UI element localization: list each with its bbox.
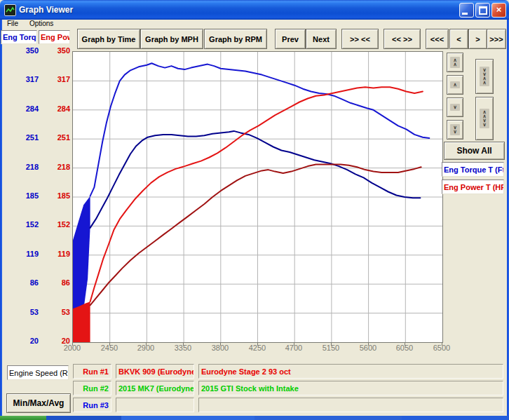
scroll-left-fast-button[interactable]: <<<: [426, 29, 449, 49]
scroll-down-button[interactable]: ∨: [447, 97, 463, 117]
double-chevron-down-icon: ∨ ∨: [450, 124, 459, 135]
curve-start-fill: [73, 196, 90, 318]
run2-description-field[interactable]: 2015 GTI Stock with Intake: [198, 381, 503, 395]
curve-start-fill: [73, 302, 90, 342]
zoom-out-x-button[interactable]: << >>: [384, 29, 421, 49]
y-tick-label-torque: 218: [15, 163, 39, 172]
y-tick-label-torque: 53: [15, 308, 39, 318]
start-button-edge[interactable]: [0, 416, 46, 420]
maximize-icon: [479, 6, 487, 15]
y-tick-label-power: 350: [46, 46, 70, 56]
run3-label: Run #3: [73, 398, 111, 412]
x-tick-mark: [257, 342, 258, 346]
menu-bar: File Options: [2, 20, 507, 29]
chevrons-inward-icon: ∨ ∨ ∧ ∧: [480, 67, 489, 86]
x-tick-mark: [442, 342, 442, 346]
y-tick-label-power: 185: [46, 191, 70, 201]
x-tick-mark: [183, 342, 184, 346]
title-bar: Graph Viewer ×: [0, 0, 509, 20]
x-tick-mark: [220, 342, 221, 346]
chevron-down-icon: ∨: [450, 104, 459, 111]
window-border-left: [0, 20, 2, 416]
y-tick-label-power: 119: [46, 250, 70, 259]
app-icon: [4, 4, 16, 16]
y-tick-label-power: 317: [46, 75, 70, 85]
close-icon: ×: [496, 4, 502, 15]
run3-file-field[interactable]: [116, 398, 194, 412]
torque-axis-title-box: Eng Torque T (Ft-lb): [1, 30, 37, 44]
scroll-right-button[interactable]: >: [468, 29, 487, 49]
run2-file-field[interactable]: 2015 MK7 (Eurodyne, E: [116, 381, 194, 395]
y-tick-label-torque: 185: [15, 191, 39, 201]
x-tick-mark: [294, 342, 294, 346]
caption-buttons: ×: [459, 3, 506, 18]
run2-label: Run #2: [73, 381, 111, 395]
y-tick-label-torque: 86: [15, 278, 39, 288]
menu-options[interactable]: Options: [29, 20, 53, 27]
run1-file-field[interactable]: BKVK 909 (Eurodyne, I: [116, 364, 194, 379]
show-all-button[interactable]: Show All: [444, 142, 505, 160]
chart-plot-area: [72, 51, 443, 343]
run3-description-field[interactable]: [198, 398, 503, 412]
x-tick-mark: [146, 342, 147, 346]
y-tick-label-torque: 152: [15, 220, 39, 230]
taskbar[interactable]: [0, 416, 509, 420]
menu-file[interactable]: File: [7, 20, 18, 27]
taskbar-button[interactable]: [46, 416, 121, 420]
legend-torque: Eng Torque T (Ft-lb): [442, 162, 504, 177]
scroll-up-button[interactable]: ∧: [447, 75, 463, 95]
zoom-in-x-button[interactable]: >> <<: [341, 29, 379, 49]
y-tick-label-power: 218: [46, 163, 70, 172]
power-axis-title-box: Eng Power T (HP): [39, 30, 70, 44]
y-tick-label-power: 86: [46, 278, 70, 288]
min-max-avg-button[interactable]: Min/Max/Avg: [6, 393, 71, 413]
x-tick-mark: [72, 342, 73, 346]
graph-by-time-button[interactable]: Graph by Time: [77, 29, 140, 49]
chevrons-outward-icon: ∧ ∧ ∨ ∨: [480, 109, 489, 128]
y-tick-label-torque: 284: [15, 104, 39, 114]
zoom-in-y-button[interactable]: ∨ ∨ ∧ ∧: [475, 59, 494, 94]
taskbar-button[interactable]: [121, 416, 254, 420]
x-tick-mark: [405, 342, 405, 346]
graph-by-rpm-button[interactable]: Graph by RPM: [204, 29, 267, 49]
scroll-right-fast-button[interactable]: >>>: [487, 29, 506, 49]
graph-by-mph-button[interactable]: Graph by MPH: [140, 29, 203, 49]
close-button[interactable]: ×: [491, 3, 506, 18]
scroll-left-button[interactable]: <: [449, 29, 468, 49]
y-tick-label-power: 284: [46, 104, 70, 114]
minimize-icon: [462, 13, 468, 15]
chevron-up-icon: ∧: [450, 81, 459, 88]
y-tick-label-power: 152: [46, 220, 70, 230]
series-curve: [90, 63, 430, 196]
x-tick-mark: [109, 342, 110, 346]
series-curve: [90, 131, 421, 228]
dyno-chart-svg: [73, 52, 442, 342]
prev-button[interactable]: Prev: [275, 29, 306, 49]
run1-label: Run #1: [73, 364, 111, 379]
y-tick-label-torque: 350: [15, 46, 39, 56]
x-axis-title-box: Engine Speed (RPM): [7, 365, 69, 380]
y-tick-label-power: 53: [46, 308, 70, 318]
run1-description-field[interactable]: Eurodyne Stage 2 93 oct: [198, 364, 503, 379]
y-tick-label-power: 251: [46, 133, 70, 143]
scroll-up-fast-button[interactable]: ∧ ∧: [447, 53, 463, 72]
next-button[interactable]: Next: [306, 29, 337, 49]
x-tick-mark: [331, 342, 332, 346]
double-chevron-up-icon: ∧ ∧: [450, 57, 459, 68]
y-tick-label-torque: 20: [15, 337, 39, 346]
legend-power: Eng Power T (HP): [442, 179, 504, 194]
y-tick-label-torque: 119: [15, 250, 39, 259]
series-curve: [90, 87, 423, 302]
scroll-down-fast-button[interactable]: ∨ ∨: [447, 120, 463, 140]
zoom-out-y-button[interactable]: ∧ ∧ ∨ ∨: [475, 97, 494, 140]
x-tick-mark: [368, 342, 369, 346]
taskbar-button[interactable]: [254, 416, 402, 420]
y-tick-label-torque: 317: [15, 75, 39, 85]
window-title: Graph Viewer: [19, 5, 73, 15]
y-tick-label-torque: 251: [15, 133, 39, 143]
minimize-button[interactable]: [459, 3, 474, 18]
maximize-button[interactable]: [475, 3, 490, 18]
